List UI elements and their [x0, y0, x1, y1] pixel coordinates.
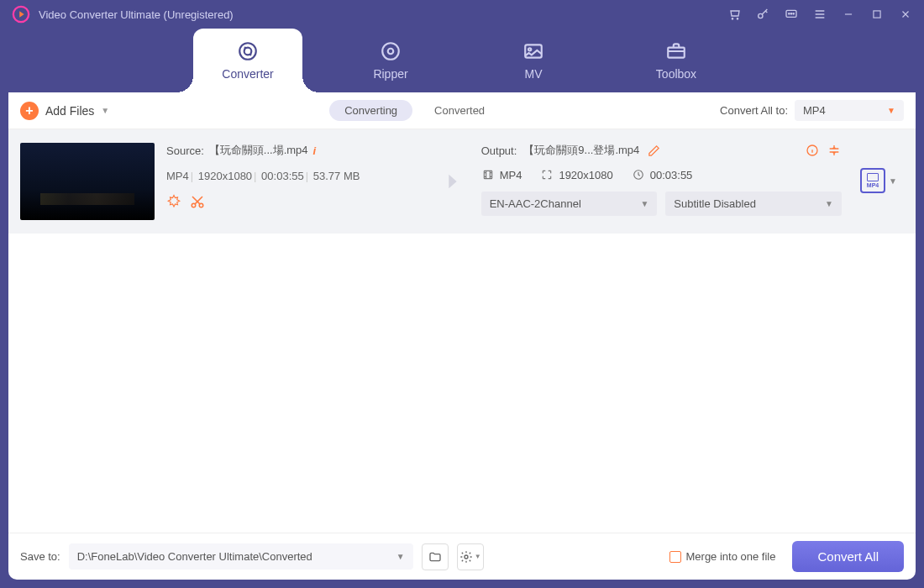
- source-meta: MP4| 1920x1080| 00:03:55| 53.77 MB: [166, 170, 424, 182]
- chevron-down-icon: ▼: [889, 176, 897, 186]
- open-folder-button[interactable]: [422, 543, 449, 570]
- film-icon: [481, 168, 495, 181]
- main-panel: + Add Files ▼ Converting Converted Conve…: [8, 92, 916, 580]
- tab-converter[interactable]: Converter: [193, 29, 302, 92]
- subtab-converted[interactable]: Converted: [419, 100, 500, 121]
- feedback-icon[interactable]: [785, 8, 798, 21]
- arrow-icon: [436, 170, 470, 193]
- expand-icon: [540, 168, 554, 181]
- svg-point-5: [789, 13, 790, 14]
- file-row: Source: 【玩命關頭...場.mp4 i MP4| 1920x1080| …: [8, 129, 916, 234]
- svg-point-16: [199, 203, 203, 207]
- save-to-label: Save to:: [20, 550, 60, 563]
- meta-format: MP4: [166, 170, 189, 182]
- cut-icon[interactable]: [190, 194, 205, 209]
- ripper-icon: [380, 40, 402, 62]
- rename-icon[interactable]: [646, 143, 661, 158]
- merge-checkbox[interactable]: Merge into one file: [669, 550, 776, 563]
- add-files-button[interactable]: + Add Files ▼: [20, 102, 109, 120]
- checkbox-icon: [669, 551, 681, 563]
- chevron-down-icon: ▼: [825, 199, 833, 208]
- svg-point-2: [737, 18, 738, 19]
- save-path-select[interactable]: D:\FoneLab\Video Converter Ultimate\Conv…: [69, 543, 413, 570]
- svg-rect-14: [668, 48, 685, 58]
- chevron-down-icon: ▼: [640, 199, 648, 208]
- toolbar: + Add Files ▼ Converting Converted Conve…: [8, 92, 916, 129]
- output-filename: 【玩命關頭9...登場.mp4: [523, 143, 639, 158]
- maximize-icon[interactable]: [870, 8, 884, 21]
- source-label: Source:: [166, 144, 204, 157]
- source-block: Source: 【玩命關頭...場.mp4 i MP4| 1920x1080| …: [166, 143, 424, 209]
- svg-point-3: [759, 13, 763, 18]
- tab-mv[interactable]: MV: [479, 29, 588, 92]
- subtab-converting[interactable]: Converting: [329, 100, 412, 121]
- converter-icon: [237, 40, 259, 62]
- svg-point-1: [732, 18, 732, 19]
- toolbox-icon: [665, 40, 687, 62]
- convert-all-format-select[interactable]: MP4 ▼: [795, 100, 904, 121]
- close-icon[interactable]: [899, 8, 912, 21]
- output-block: Output: 【玩命關頭9...登場.mp4 MP4 1920x1080: [481, 143, 842, 216]
- menu-icon[interactable]: [813, 8, 827, 21]
- tab-label: Ripper: [373, 67, 407, 81]
- meta-resolution: 1920x1080: [198, 170, 252, 182]
- out-resolution: 1920x1080: [540, 168, 612, 181]
- tab-ripper[interactable]: Ripper: [336, 29, 445, 92]
- convert-all-to-label: Convert All to:: [720, 104, 788, 117]
- key-icon[interactable]: [756, 8, 769, 21]
- info-circle-icon[interactable]: [805, 143, 820, 158]
- output-profile-button[interactable]: MP4 ▼: [860, 168, 897, 193]
- out-duration: 00:03:55: [632, 168, 693, 181]
- out-format: MP4: [481, 168, 522, 181]
- tab-label: MV: [525, 67, 543, 81]
- tab-label: Converter: [222, 67, 273, 81]
- settings-button[interactable]: ▼: [457, 543, 484, 570]
- audio-value: EN-AAC-2Channel: [490, 197, 581, 210]
- bottom-bar: Save to: D:\FoneLab\Video Converter Ulti…: [8, 533, 916, 580]
- app-title: Video Converter Ultimate (Unregistered): [39, 8, 234, 21]
- compress-icon[interactable]: [827, 143, 842, 158]
- chevron-down-icon: ▼: [396, 552, 405, 561]
- main-nav: Converter Ripper MV Toolbox: [0, 29, 924, 92]
- convert-all-button[interactable]: Convert All: [792, 541, 904, 572]
- svg-point-20: [465, 555, 468, 559]
- source-filename: 【玩命關頭...場.mp4: [209, 143, 308, 158]
- format-value: MP4: [803, 104, 826, 117]
- plus-icon: +: [20, 102, 39, 120]
- svg-rect-18: [484, 171, 491, 178]
- mv-icon: [522, 40, 544, 62]
- tab-label: Toolbox: [656, 67, 696, 81]
- minimize-icon[interactable]: [842, 8, 855, 21]
- empty-area: [8, 234, 916, 533]
- chevron-down-icon: ▼: [887, 106, 895, 115]
- output-label: Output:: [481, 144, 517, 157]
- svg-point-7: [793, 13, 794, 14]
- svg-point-15: [192, 203, 196, 207]
- tab-toolbox[interactable]: Toolbox: [622, 29, 731, 92]
- profile-icon: MP4: [860, 168, 885, 193]
- merge-label: Merge into one file: [686, 550, 776, 563]
- meta-duration: 00:03:55: [261, 170, 304, 182]
- add-files-label: Add Files: [45, 104, 94, 118]
- audio-track-select[interactable]: EN-AAC-2Channel ▼: [481, 192, 658, 216]
- titlebar: Video Converter Ultimate (Unregistered): [0, 0, 924, 29]
- save-path-value: D:\FoneLab\Video Converter Ultimate\Conv…: [77, 550, 312, 563]
- info-icon[interactable]: i: [313, 144, 317, 157]
- subtitle-value: Subtitle Disabled: [674, 197, 756, 210]
- svg-point-10: [382, 43, 399, 60]
- clock-icon: [632, 168, 645, 181]
- svg-point-6: [790, 13, 791, 14]
- svg-point-9: [239, 43, 256, 60]
- svg-rect-8: [874, 11, 880, 18]
- effects-icon[interactable]: [166, 194, 181, 209]
- chevron-down-icon: ▼: [101, 106, 109, 115]
- cart-icon[interactable]: [727, 8, 741, 21]
- chevron-down-icon: ▼: [475, 553, 481, 560]
- svg-point-11: [388, 49, 394, 55]
- svg-point-13: [528, 48, 531, 50]
- meta-size: 53.77 MB: [313, 170, 360, 182]
- app-logo: [12, 5, 30, 24]
- video-thumbnail[interactable]: [20, 143, 155, 220]
- subtitle-select[interactable]: Subtitle Disabled ▼: [665, 192, 842, 216]
